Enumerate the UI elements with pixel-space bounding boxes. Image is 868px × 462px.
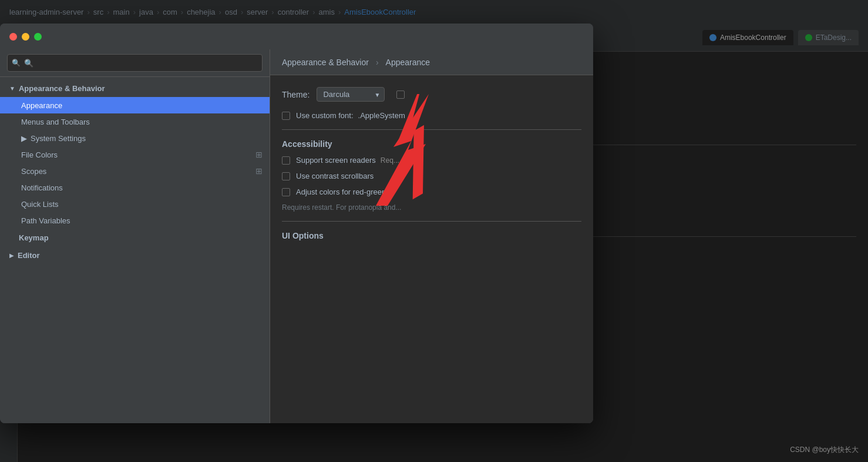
grid-icon: ⊞ [255,166,263,176]
nav-item-quick-lists[interactable]: Quick Lists [0,196,270,212]
dialog-titlebar [0,24,593,49]
theme-select[interactable]: Darcula IntelliJ Light High Contrast [317,87,385,102]
font-name-value: .AppleSystem [358,111,405,120]
contrast-scrollbars-label: Use contrast scrollbars [296,172,374,180]
nav-section-editor[interactable]: ▶ Editor [0,246,270,264]
section-label-keymap: Keymap [19,233,49,242]
use-custom-font-label: Use custom font: [296,111,354,120]
right-breadcrumb-current: Appearance [386,58,430,67]
right-breadcrumb-parent: Appearance & Behavior [282,58,369,67]
section-label: Appearance & Behavior [19,84,105,93]
checkbox-sync-ide[interactable] [396,91,405,99]
nav-section-keymap[interactable]: Keymap [0,229,270,246]
dialog-body: 🔍 ▼ Appearance & Behavior Appearance Men [0,49,593,423]
search-icon: 🔍 [12,59,21,67]
dialog-nav: 🔍 ▼ Appearance & Behavior Appearance Men [0,49,270,423]
theme-select-wrapper[interactable]: Darcula IntelliJ Light High Contrast [317,87,385,102]
color-blindness-note: Requires restart. For protanopia and... [282,203,581,212]
checkbox-use-custom-font[interactable] [282,112,290,120]
search-area: 🔍 [0,49,270,77]
dialog-right: Appearance & Behavior › Appearance Theme… [270,49,593,423]
nav-item-scopes[interactable]: Scopes ⊞ [0,163,270,179]
dialog-right-body: Theme: Darcula IntelliJ Light High Contr… [270,75,593,423]
nav-item-notifications[interactable]: Notifications [0,179,270,196]
dialog-overlay: 🔍 ▼ Appearance & Behavior Appearance Men [0,0,868,462]
ui-options-section-title: UI Options [282,231,581,240]
color-blindness-label: Adjust colors for red-green v [296,188,392,196]
watermark: CSDN @boy快快长大 [790,445,859,455]
nav-item-system-settings[interactable]: ▶ System Settings [0,130,270,146]
search-input[interactable] [7,54,263,72]
section-label-editor: Editor [18,251,40,260]
divider2 [282,221,581,222]
dialog-right-header: Appearance & Behavior › Appearance [270,49,593,75]
theme-label: Theme: [282,90,309,99]
checkbox-contrast-scrollbars[interactable] [282,172,290,180]
chevron-right-icon: ▶ [21,134,27,143]
nav-item-path-variables[interactable]: Path Variables [0,212,270,229]
settings-dialog: 🔍 ▼ Appearance & Behavior Appearance Men [0,24,593,423]
accessibility-section-title: Accessibility [282,139,581,149]
maximize-button[interactable] [34,33,42,41]
nav-section-appearance-behavior[interactable]: ▼ Appearance & Behavior [0,79,270,97]
nav-item-file-colors[interactable]: File Colors ⊞ [0,146,270,163]
chevron-right-icon: ▶ [9,252,14,259]
checkbox-support-readers[interactable] [282,156,290,165]
minimize-button[interactable] [22,33,29,41]
grid-icon: ⊞ [255,150,263,159]
search-wrapper: 🔍 [7,54,263,72]
nav-item-menus-toolbars[interactable]: Menus and Toolbars [0,113,270,130]
checkbox-color-blindness[interactable] [282,188,290,196]
chevron-down-icon: ▼ [9,85,15,92]
nav-item-appearance[interactable]: Appearance [0,97,270,113]
divider [282,129,581,130]
support-readers-note: Req... [381,156,399,165]
support-readers-label: Support screen readers [296,156,376,165]
close-button[interactable] [9,33,17,41]
nav-items: ▼ Appearance & Behavior Appearance Menus… [0,77,270,423]
